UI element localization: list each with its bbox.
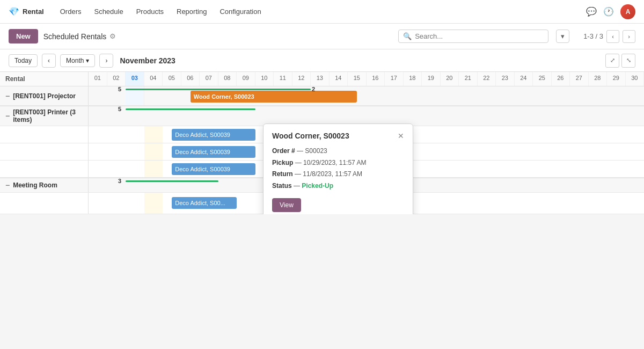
projector-row-content: 5 2 Deco... Wood Corner, S00023 (89, 86, 644, 105)
printer-deco-event-3[interactable]: Deco Addict, S00039 (172, 163, 255, 175)
printer-header-content: 5 (89, 106, 644, 126)
calendar-header: Rental 01 02 03 04 05 06 07 08 09 10 11 … (0, 72, 644, 86)
printer-collapse-icon[interactable]: − (5, 112, 10, 120)
nav-schedule[interactable]: Schedule (89, 4, 128, 19)
search-dropdown[interactable]: ▾ (556, 30, 569, 43)
popup-card: Wood Corner, S00023 ✕ Order # — S00023 P… (263, 123, 413, 214)
printer-subrow-2-label (0, 143, 89, 160)
meeting-deco-event[interactable]: Deco Addict, S00... (172, 197, 237, 209)
prev-page-button[interactable]: ‹ (606, 30, 619, 43)
day-07: 07 (200, 72, 218, 86)
event-popup: Wood Corner, S00023 ✕ Order # — S00023 P… (263, 123, 413, 214)
expand-controls: ⤢ ⤡ (605, 54, 635, 68)
page-title: Scheduled Rentals ⚙ (43, 32, 116, 41)
popup-close-button[interactable]: ✕ (398, 132, 404, 140)
nav-orders[interactable]: Orders (55, 4, 87, 19)
day-15: 15 (348, 72, 367, 86)
printer-progress-bar (126, 108, 255, 110)
printer-deco-3-label: Deco Addict, S00039 (175, 166, 230, 172)
meeting-label-text: Meeting Room (13, 181, 57, 189)
next-month-button[interactable]: › (99, 54, 113, 68)
today-button[interactable]: Today (9, 54, 38, 67)
printer-deco-event-1[interactable]: Deco Addict, S00039 (172, 129, 255, 141)
nav-reporting[interactable]: Reporting (171, 4, 212, 19)
printer-deco-event-2[interactable]: Deco Addict, S00039 (172, 146, 255, 158)
printer-deco-1-label: Deco Addict, S00039 (175, 132, 230, 138)
popup-view-button[interactable]: View (272, 198, 301, 212)
meeting-collapse-icon[interactable]: − (5, 181, 10, 190)
pagination-text: 1-3 / 3 (583, 32, 603, 40)
popup-return-label: Return (272, 170, 293, 178)
projector-group-row: − [RENT001] Projector 5 2 Deco... Wood C… (0, 86, 644, 106)
day-06: 06 (181, 72, 200, 86)
printer-deco-2-label: Deco Addict, S00039 (175, 149, 230, 155)
popup-return-line: Return — 11/8/2023, 11:57 AM (272, 169, 404, 180)
popup-order-label: Order # (272, 147, 295, 155)
new-button[interactable]: New (9, 29, 38, 43)
day-21: 21 (459, 72, 478, 86)
meeting-progress-num: 3 (118, 178, 121, 184)
clock-icon[interactable]: 🕐 (603, 6, 614, 17)
popup-title: Wood Corner, S00023 (272, 132, 349, 140)
top-nav: 💎 Rental Orders Schedule Products Report… (0, 0, 644, 24)
day-03: 03 (126, 72, 144, 86)
expand-icon[interactable]: ⤢ (605, 54, 619, 68)
projector-progress-num-left: 5 (118, 86, 121, 92)
printer-yellow-bg-3 (144, 161, 163, 177)
printer-yellow-bg-1 (144, 126, 163, 143)
projector-label: − [RENT001] Projector (0, 86, 89, 105)
day-20: 20 (441, 72, 459, 86)
nav-products[interactable]: Products (131, 4, 169, 19)
day-14: 14 (330, 72, 348, 86)
meeting-progress-bar (126, 180, 218, 182)
month-selector[interactable]: Month ▾ (60, 54, 95, 67)
day-08: 08 (218, 72, 237, 86)
meeting-deco-label: Deco Addict, S00... (175, 200, 225, 206)
calendar-controls: Today ‹ Month ▾ › November 2023 ⤢ ⤡ (0, 49, 644, 72)
day-24: 24 (515, 72, 533, 86)
projector-progress-bar (126, 89, 311, 90)
month-label: Month (66, 57, 84, 64)
day-17: 17 (385, 72, 404, 86)
projector-wood-event[interactable]: Wood Corner, S00023 (191, 91, 357, 103)
nav-configuration[interactable]: Configuration (214, 4, 266, 19)
day-16: 16 (367, 72, 385, 86)
printer-yellow-bg-2 (144, 143, 163, 160)
gear-icon[interactable]: ⚙ (109, 32, 116, 40)
printer-subrow-1-label (0, 126, 89, 143)
day-02: 02 (107, 72, 126, 86)
day-11: 11 (274, 72, 292, 86)
search-input[interactable] (415, 32, 544, 40)
day-27: 27 (570, 72, 589, 86)
day-25: 25 (533, 72, 552, 86)
day-12: 12 (292, 72, 311, 86)
compress-icon[interactable]: ⤡ (621, 54, 635, 68)
popup-order-value: S00023 (305, 147, 327, 155)
day-01: 01 (89, 72, 107, 86)
prev-month-button[interactable]: ‹ (42, 54, 56, 68)
popup-status-line: Status — Picked-Up (272, 180, 404, 192)
popup-header: Wood Corner, S00023 ✕ (272, 132, 404, 140)
day-05: 05 (163, 72, 181, 86)
popup-info: Order # — S00023 Pickup — 10/29/2023, 11… (272, 146, 404, 192)
brand: 💎 Rental (9, 6, 44, 17)
search-icon: 🔍 (403, 32, 412, 40)
pagination: 1-3 / 3 ‹ › (583, 30, 635, 43)
popup-pickup-value: 10/29/2023, 11:57 AM (303, 159, 366, 166)
next-page-button[interactable]: › (623, 30, 635, 43)
popup-pickup-line: Pickup — 10/29/2023, 11:57 AM (272, 157, 404, 169)
day-04: 04 (144, 72, 163, 86)
chat-icon[interactable]: 💬 (586, 6, 597, 17)
meeting-yellow-bg (144, 193, 163, 214)
printer-subrow-3-label (0, 161, 89, 177)
day-22: 22 (478, 72, 496, 86)
page-title-text: Scheduled Rentals (43, 32, 107, 41)
day-23: 23 (496, 72, 515, 86)
printer-label-text: [RENT003] Printer (3 items) (13, 108, 83, 123)
projector-collapse-icon[interactable]: − (5, 92, 10, 100)
search-bar: 🔍 (398, 30, 548, 43)
nav-links: Orders Schedule Products Reporting Confi… (55, 4, 267, 19)
user-avatar[interactable]: A (620, 4, 635, 19)
projector-wood-label: Wood Corner, S00023 (194, 93, 254, 100)
popup-status-value: Picked-Up (302, 182, 333, 190)
